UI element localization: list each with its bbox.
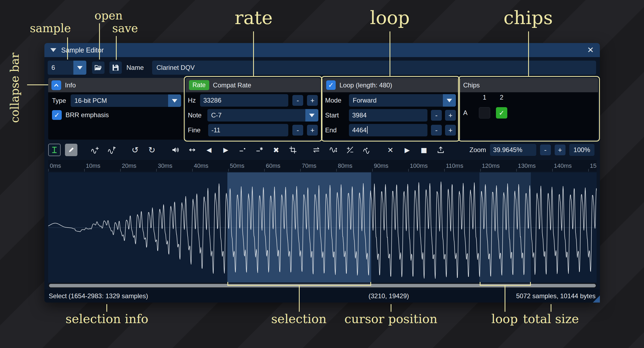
info-panel-header: Info <box>48 78 185 92</box>
chip-column-2-label: 2 <box>496 91 507 104</box>
open-sample-button[interactable] <box>92 61 104 74</box>
sample-dropdown-arrow[interactable] <box>73 61 86 75</box>
collapse-bar-button[interactable] <box>51 80 61 90</box>
make-wavetable-button[interactable] <box>434 144 447 156</box>
delete-button[interactable]: ✖ <box>270 144 282 156</box>
resize-button[interactable] <box>89 144 101 156</box>
preview-button[interactable]: ▶ <box>401 144 413 156</box>
chevron-down-icon <box>447 99 452 102</box>
pencil-icon <box>67 146 75 154</box>
chip-1-checkbox[interactable] <box>479 107 490 119</box>
chevron-up-icon <box>53 82 60 89</box>
save-sample-button[interactable] <box>109 61 122 74</box>
collapse-triangle-icon[interactable] <box>50 48 56 52</box>
hz-input[interactable]: 33286 <box>200 94 288 107</box>
rate-panel-title: Compat Rate <box>213 81 251 89</box>
trim-button[interactable] <box>287 144 299 156</box>
window-titlebar[interactable]: Sample Editor ✕ <box>44 43 600 57</box>
brr-emphasis-checkbox[interactable]: ✓ <box>52 110 62 120</box>
name-label: Name <box>126 61 144 75</box>
annotation-line-collapse-bar <box>27 84 48 85</box>
hz-minus-button[interactable]: - <box>292 95 303 106</box>
fine-input[interactable]: -11 <box>208 124 288 136</box>
waveform-canvas[interactable] <box>48 172 597 283</box>
ruler-label: 20ms <box>120 160 156 172</box>
annotation-line-selection-info <box>106 304 107 312</box>
sample-name-input[interactable]: Clarinet DQV <box>152 61 596 75</box>
fade-out-button[interactable]: ▶ <box>220 144 232 156</box>
hz-plus-button[interactable]: + <box>307 95 318 106</box>
sample-edit-toolbar: ↺ ↻ ◀ ▶ ✖ <box>44 143 600 157</box>
resample-button[interactable] <box>105 144 118 156</box>
invert-button[interactable] <box>327 144 339 156</box>
redo-button[interactable]: ↻ <box>146 144 158 156</box>
loop-enable-checkbox[interactable]: ✓ <box>326 80 336 90</box>
type-dropdown-arrow[interactable] <box>168 94 181 107</box>
apply-silence-button[interactable] <box>253 144 266 156</box>
sample-type-select[interactable]: 16-bit PCM <box>71 94 181 107</box>
status-bar: Select (1654-2983: 1329 samples) (3210, … <box>44 290 600 303</box>
rate-button[interactable]: Rate <box>189 80 209 90</box>
upload-icon <box>437 146 445 154</box>
fine-minus-button[interactable]: - <box>292 125 303 136</box>
loop-mode-select[interactable]: Forward <box>349 94 456 107</box>
chips-panel-title: Chips <box>463 81 480 89</box>
wave-invert-icon <box>329 146 337 154</box>
fine-plus-button[interactable]: + <box>307 125 318 136</box>
undo-button[interactable]: ↺ <box>129 144 141 156</box>
insert-silence-button[interactable] <box>236 144 249 156</box>
zoom-minus-button[interactable]: - <box>540 145 551 155</box>
loop-panel: ✓ Loop (length: 480) Mode Forward Start … <box>323 78 458 140</box>
normalize-button[interactable] <box>186 144 198 156</box>
zoom-controls: Zoom 39.9645% - + 100% <box>469 144 594 156</box>
crossfade-loop-button[interactable]: ✕ <box>384 144 397 156</box>
waveform-area[interactable] <box>48 172 597 283</box>
amplify-button[interactable] <box>169 144 182 156</box>
close-icon[interactable]: ✕ <box>587 46 594 54</box>
brr-emphasis-label: BRR emphasis <box>66 109 109 121</box>
folder-open-icon <box>94 64 102 72</box>
filter-button[interactable] <box>361 144 373 156</box>
ruler-label: 10ms <box>84 160 120 172</box>
loop-end-plus-button[interactable]: + <box>445 125 456 136</box>
draw-mode-button[interactable] <box>65 144 77 156</box>
note-label: Note <box>188 109 202 122</box>
zoom-reset-button[interactable]: 100% <box>569 144 594 156</box>
stop-icon: ■ <box>421 146 427 154</box>
zoom-input[interactable]: 39.9645% <box>490 144 536 156</box>
fine-label: Fine <box>188 124 201 136</box>
annotation-selection: selection <box>271 312 327 326</box>
loop-end-input[interactable]: 4464 <box>349 124 427 136</box>
annotation-sample: sample <box>30 22 71 35</box>
mode-dropdown-arrow[interactable] <box>443 94 456 107</box>
sample-number-value: 6 <box>48 64 73 71</box>
chip-2-checkbox[interactable]: ✓ <box>496 107 507 119</box>
sign-button[interactable] <box>344 144 356 156</box>
wave-plus-icon <box>91 146 99 154</box>
loop-mode-value: Forward <box>349 97 443 104</box>
loop-start-input[interactable]: 3984 <box>349 109 427 122</box>
ruler-label: 30ms <box>156 160 192 172</box>
loop-start-plus-button[interactable]: + <box>445 110 456 121</box>
fade-in-button[interactable]: ◀ <box>203 144 215 156</box>
select-mode-button[interactable] <box>48 144 61 156</box>
crossfade-x-icon: ✕ <box>387 146 394 154</box>
reverse-button[interactable] <box>310 144 323 156</box>
zoom-plus-button[interactable]: + <box>555 145 565 155</box>
annotation-loop: loop <box>370 7 410 28</box>
loop-end-minus-button[interactable]: - <box>431 125 442 136</box>
floppy-disk-icon <box>112 64 120 72</box>
chip-column-1-label: 1 <box>479 91 490 104</box>
annotation-open: open <box>94 9 123 22</box>
stop-preview-button[interactable]: ■ <box>418 144 430 156</box>
resize-grip[interactable] <box>593 296 600 303</box>
note-select[interactable]: C-7 <box>207 109 318 122</box>
fade-in-icon: ◀ <box>207 146 211 154</box>
note-dropdown-arrow[interactable] <box>305 109 318 122</box>
chips-panel: Chips 1 2 A ✓ <box>460 78 598 140</box>
check-icon: ✓ <box>499 109 505 117</box>
delete-x-icon: ✖ <box>273 146 279 154</box>
loop-start-minus-button[interactable]: - <box>431 110 442 121</box>
info-panel-title: Info <box>65 81 76 89</box>
sample-number-select[interactable]: 6 <box>48 61 86 75</box>
